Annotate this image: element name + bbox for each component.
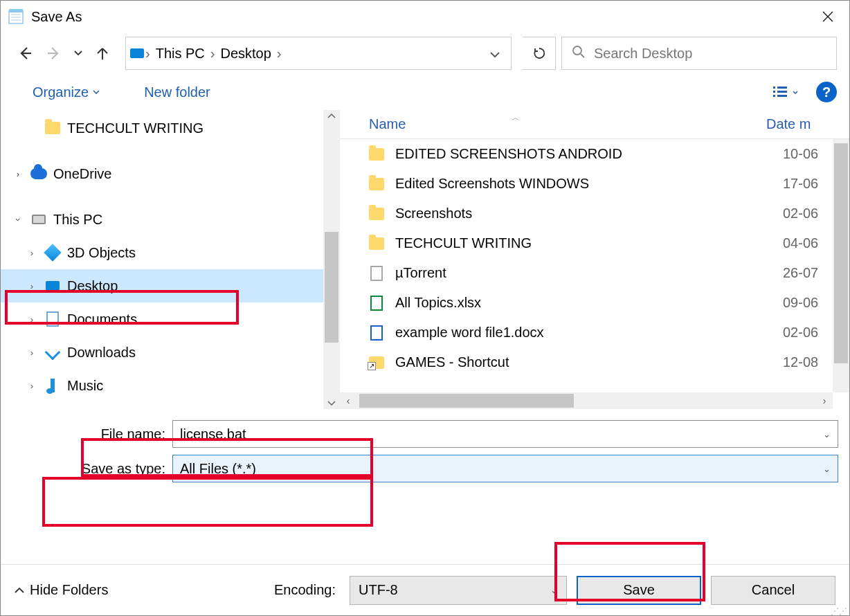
list-vertical-scrollbar[interactable] xyxy=(833,139,849,392)
address-bar[interactable]: › This PC › Desktop › xyxy=(125,37,512,70)
encoding-label: Encoding: xyxy=(274,582,336,598)
list-item[interactable]: example word file1.docx02-06 xyxy=(340,318,849,347)
window-title: Save As xyxy=(31,9,812,25)
navigation-tree: TECHCULT WRITING › OneDrive › This PC › … xyxy=(1,110,340,409)
chevron-right-icon: › xyxy=(26,248,38,258)
close-button[interactable] xyxy=(812,1,844,33)
chevron-right-icon: › xyxy=(144,46,152,62)
refresh-button[interactable] xyxy=(523,37,556,70)
titlebar: Save As xyxy=(1,1,849,33)
tree-scrollbar[interactable] xyxy=(323,110,340,409)
notepad-icon xyxy=(6,7,26,26)
filename-input[interactable]: license.bat ⌄ xyxy=(172,420,838,448)
column-name[interactable]: Name ︿ xyxy=(340,116,766,132)
folder-icon xyxy=(368,205,386,223)
hide-folders-button[interactable]: Hide Folders xyxy=(15,582,108,598)
toolbar: Organize New folder ? xyxy=(1,74,849,110)
list-item[interactable]: µTorrent26-07 xyxy=(340,258,849,288)
list-item[interactable]: All Topics.xlsx09-06 xyxy=(340,288,849,318)
search-placeholder: Search Desktop xyxy=(594,46,692,62)
new-folder-button[interactable]: New folder xyxy=(138,82,216,103)
scroll-up-icon xyxy=(327,113,336,118)
list-item[interactable]: Edited Screenshots WINDOWS17-06 xyxy=(340,169,849,199)
forward-button[interactable] xyxy=(42,42,66,65)
encoding-combo[interactable]: UTF-8 ⌄ xyxy=(350,576,567,605)
svg-rect-15 xyxy=(777,91,787,93)
back-button[interactable] xyxy=(13,42,37,65)
scrollbar-thumb[interactable] xyxy=(834,143,848,363)
recent-locations-dropdown[interactable] xyxy=(71,51,85,56)
cancel-button[interactable]: Cancel xyxy=(711,576,835,605)
tree-label: This PC xyxy=(53,212,102,228)
chevron-down-icon[interactable]: ⌄ xyxy=(823,464,831,474)
breadcrumb-desktop[interactable]: Desktop xyxy=(216,46,275,62)
hide-folders-label: Hide Folders xyxy=(30,582,108,598)
docx-icon xyxy=(368,324,386,342)
chevron-right-icon: › xyxy=(26,381,38,391)
svg-rect-16 xyxy=(777,95,787,97)
column-name-label: Name xyxy=(369,116,406,132)
address-history-dropdown[interactable] xyxy=(483,46,507,62)
content-area: TECHCULT WRITING › OneDrive › This PC › … xyxy=(1,110,849,409)
music-icon xyxy=(44,377,62,395)
tree-item-desktop[interactable]: › Desktop xyxy=(1,269,340,302)
list-item[interactable]: EDITED SCREENSHOTS ANDROID10-06 xyxy=(340,139,849,169)
file-name: Screenshots xyxy=(395,206,783,221)
column-date[interactable]: Date m xyxy=(766,116,833,132)
list-item[interactable]: Screenshots02-06 xyxy=(340,199,849,228)
svg-rect-13 xyxy=(773,95,775,97)
folder-icon xyxy=(368,235,386,253)
file-list: Name ︿ Date m EDITED SCREENSHOTS ANDROID… xyxy=(340,110,849,409)
chevron-down-icon: › xyxy=(13,213,24,226)
file-name: example word file1.docx xyxy=(395,325,783,341)
svg-point-9 xyxy=(573,46,581,55)
chevron-right-icon: › xyxy=(275,46,283,62)
resize-grip[interactable]: ⋰⋰ xyxy=(831,609,847,613)
save-button[interactable]: Save xyxy=(577,576,701,605)
list-item[interactable]: TECHCULT WRITING04-06 xyxy=(340,228,849,258)
up-button[interactable] xyxy=(91,42,114,65)
scrollbar-thumb[interactable] xyxy=(325,232,338,343)
svg-rect-14 xyxy=(777,87,787,89)
tree-item-thispc[interactable]: › This PC xyxy=(1,203,340,236)
view-options-button[interactable] xyxy=(768,83,804,101)
savetype-combo[interactable]: All Files (*.*) ⌄ xyxy=(172,455,838,482)
view-icon xyxy=(773,86,788,98)
scroll-down-icon xyxy=(327,401,336,406)
generic-icon xyxy=(368,264,386,282)
filename-label: File name: xyxy=(12,426,172,442)
tree-label: TECHCULT WRITING xyxy=(67,120,204,136)
help-button[interactable]: ? xyxy=(816,82,837,102)
chevron-down-icon xyxy=(93,90,100,94)
chevron-down-icon[interactable]: ⌄ xyxy=(550,585,558,595)
tree-item-techcult[interactable]: TECHCULT WRITING xyxy=(1,111,340,145)
file-name: TECHCULT WRITING xyxy=(395,235,783,251)
savetype-label: Save as type: xyxy=(12,461,172,477)
tree-label: Downloads xyxy=(67,345,136,361)
tree-item-onedrive[interactable]: › OneDrive xyxy=(1,157,340,190)
download-icon xyxy=(44,343,62,361)
scroll-right-icon: › xyxy=(816,395,833,406)
list-horizontal-scrollbar[interactable]: ‹ › xyxy=(340,392,833,409)
tree-item-music[interactable]: › Music xyxy=(1,369,340,402)
folder-icon xyxy=(44,119,62,137)
folder-icon xyxy=(368,145,386,163)
organize-button[interactable]: Organize xyxy=(27,82,105,103)
chevron-down-icon[interactable]: ⌄ xyxy=(823,429,831,440)
svg-rect-1 xyxy=(9,9,23,12)
tree-label: 3D Objects xyxy=(67,245,136,261)
folder-icon xyxy=(368,175,386,193)
breadcrumb-thispc[interactable]: This PC xyxy=(152,46,209,62)
scrollbar-thumb[interactable] xyxy=(359,394,574,408)
tree-label: Documents xyxy=(67,311,137,327)
highlight-savetype xyxy=(42,477,373,527)
tree-item-downloads[interactable]: › Downloads xyxy=(1,336,340,369)
tree-item-documents[interactable]: › Documents xyxy=(1,302,340,336)
list-item[interactable]: GAMES - Shortcut12-08 xyxy=(340,347,849,377)
svg-line-10 xyxy=(581,54,584,57)
cloud-icon xyxy=(30,165,48,183)
this-pc-icon xyxy=(30,210,48,228)
search-input[interactable]: Search Desktop xyxy=(561,37,837,70)
save-form: File name: license.bat ⌄ Save as type: A… xyxy=(1,409,849,482)
tree-item-3d-objects[interactable]: › 3D Objects xyxy=(1,236,340,269)
